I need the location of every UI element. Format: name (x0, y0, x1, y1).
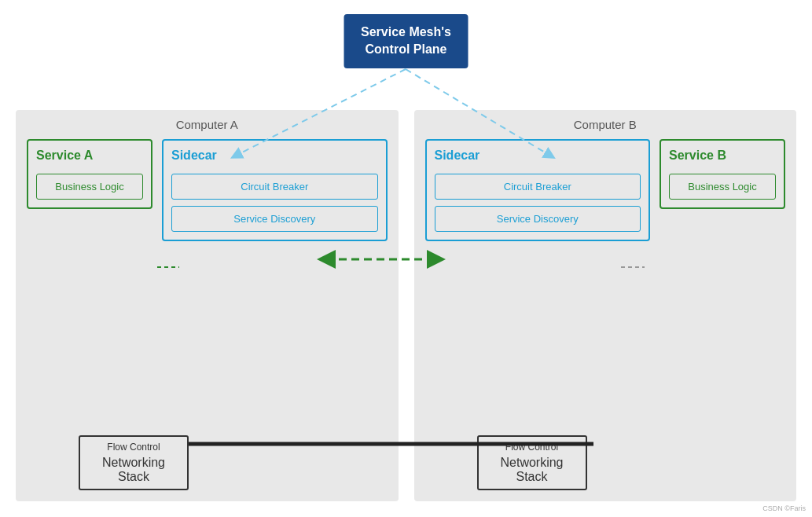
canvas: Service Mesh's Control Plane (0, 0, 812, 517)
computer-a-label: Computer A (27, 118, 388, 131)
service-b-title: Service B (669, 148, 776, 163)
networking-a-stack-label: Networking Stack (88, 456, 179, 484)
computer-a-inner: Service A Business Logic Sidecar Circuit… (27, 139, 388, 241)
main-area: Computer A Service A Business Logic Side… (16, 110, 796, 501)
sidecar-a-service-discovery: Service Discovery (171, 206, 378, 232)
computer-b-inner: Sidecar Circuit Breaker Service Discover… (425, 139, 786, 241)
service-b-business-logic: Business Logic (669, 174, 776, 200)
control-plane-line2: Control Plane (365, 42, 446, 56)
sidecar-a-box: Sidecar Circuit Breaker Service Discover… (162, 139, 388, 241)
networking-a-box: Flow Control Networking Stack (79, 435, 189, 490)
computer-b-box: Computer B Sidecar Circuit Breaker Servi… (414, 110, 797, 501)
computer-b-label: Computer B (425, 118, 786, 131)
service-a-title: Service A (36, 148, 143, 163)
service-b-box: Service B Business Logic (660, 139, 785, 209)
sidecar-b-box: Sidecar Circuit Breaker Service Discover… (425, 139, 651, 241)
computer-a-box: Computer A Service A Business Logic Side… (16, 110, 399, 501)
networking-b-flow-label: Flow Control (487, 442, 578, 453)
sidecar-a-title: Sidecar (171, 148, 378, 163)
sidecar-b-title: Sidecar (435, 148, 641, 163)
sidecar-b-service-discovery: Service Discovery (435, 206, 641, 232)
networking-a-flow-label: Flow Control (88, 442, 179, 453)
control-plane-box: Service Mesh's Control Plane (344, 14, 468, 68)
sidecar-b-circuit-breaker: Circuit Breaker (435, 174, 641, 200)
networking-b-box: Flow Control Networking Stack (477, 435, 587, 490)
sidecar-a-circuit-breaker: Circuit Breaker (171, 174, 378, 200)
networking-a-area: Flow Control Networking Stack (79, 435, 204, 490)
networking-b-stack-label: Networking Stack (487, 456, 578, 484)
watermark: CSDN ©Faris (762, 504, 806, 512)
service-a-business-logic: Business Logic (36, 174, 143, 200)
control-plane-line1: Service Mesh's (361, 25, 451, 38)
service-a-box: Service A Business Logic (27, 139, 152, 209)
